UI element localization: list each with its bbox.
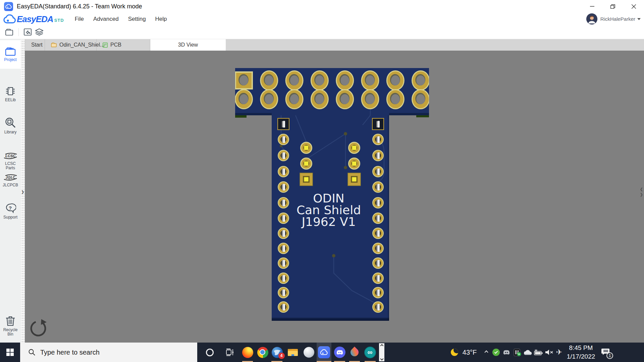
airplane-icon: ✈ xyxy=(556,348,562,357)
taskbar-sphere-app[interactable] xyxy=(302,343,316,362)
sphere-app-icon xyxy=(304,347,314,358)
taskbar-easyeda-active[interactable] xyxy=(317,343,331,362)
window-title: EasyEDA(Standard) 6.4.25 - Team Work mod… xyxy=(17,3,142,10)
svg-text:?: ? xyxy=(9,205,12,211)
user-name: RickHaleParker xyxy=(600,16,635,22)
3d-view-canvas[interactable]: ODIN Can Shield J1962 V1 ❮ xyxy=(25,51,644,343)
taskbar-paint-drop-app[interactable] xyxy=(347,343,362,362)
pcb-3d-render[interactable]: ODIN Can Shield J1962 V1 xyxy=(235,68,429,323)
folder-icon xyxy=(5,29,13,36)
library-search-icon xyxy=(5,117,16,128)
tray-antivirus[interactable] xyxy=(492,343,500,362)
taskbar-cortana[interactable] xyxy=(202,343,217,362)
sidebar-item-library[interactable]: Library xyxy=(0,117,21,134)
tray-airplane-mode[interactable]: ✈ xyxy=(554,343,564,362)
tab-label: PCB xyxy=(110,42,121,48)
discord-icon xyxy=(334,347,345,358)
menu-file[interactable]: File xyxy=(70,16,89,22)
minimize-button[interactable] xyxy=(582,0,602,13)
pan-right-icon[interactable]: ❯ xyxy=(21,190,24,194)
sidebar-item-support[interactable]: ? Support xyxy=(0,203,21,220)
tray-discord[interactable] xyxy=(502,343,511,362)
pan-right-icon[interactable]: ❯ xyxy=(640,193,643,196)
taskbar-arduino[interactable]: ∞ xyxy=(363,343,377,362)
taskbar-file-explorer[interactable] xyxy=(285,343,300,362)
chevron-up-icon xyxy=(484,350,488,354)
paint-drop-icon xyxy=(349,347,360,358)
svg-text:J@LC: J@LC xyxy=(6,176,15,179)
taskbar-firefox[interactable] xyxy=(240,343,255,362)
thunderbird-icon: 4 xyxy=(272,347,283,358)
menu-advanced[interactable]: Advanced xyxy=(89,16,123,22)
tray-date: 1/17/2022 xyxy=(567,352,595,361)
search-icon xyxy=(28,349,36,356)
tab-odin-can-shield[interactable]: Odin_CAN_Shiel... xyxy=(45,39,97,51)
green-check-icon xyxy=(492,349,500,356)
layers-button[interactable] xyxy=(34,26,45,38)
discord-gray-icon xyxy=(503,350,510,355)
search-input[interactable]: Type here to search xyxy=(20,343,197,362)
tray-volume-muted[interactable] xyxy=(544,343,554,362)
tray-show-hidden-icons[interactable] xyxy=(482,343,490,362)
user-menu[interactable]: RickHaleParker xyxy=(586,13,641,25)
tray-time: 8:45 PM xyxy=(569,344,593,352)
moon-icon xyxy=(451,349,458,356)
scroll-down-icon[interactable] xyxy=(380,357,383,361)
capture-app-icon xyxy=(514,349,521,356)
left-sidebar: Project EELib Library LCSC LCSC Parts J@… xyxy=(0,39,21,343)
taskbar-discord[interactable] xyxy=(332,343,347,362)
unread-badge: 4 xyxy=(278,353,285,359)
search-placeholder: Type here to search xyxy=(40,349,100,356)
close-button[interactable] xyxy=(623,0,644,13)
arduino-icon: ∞ xyxy=(364,347,376,358)
restore-button[interactable] xyxy=(602,0,623,13)
sidebar-item-jlcpcb[interactable]: J@LC JLCPCB xyxy=(0,174,21,187)
scroll-up-icon[interactable] xyxy=(380,344,383,348)
sidebar-item-recycle-bin[interactable]: Recycle Bin xyxy=(0,315,21,337)
tray-battery[interactable] xyxy=(533,343,543,362)
layers-icon xyxy=(35,28,44,36)
tab-start[interactable]: Start xyxy=(25,39,45,51)
menu-setting[interactable]: Setting xyxy=(123,16,151,22)
sidebar-item-project[interactable]: Project xyxy=(0,40,21,69)
taskbar-scroll-strip[interactable] xyxy=(379,343,384,361)
folder-back-icon xyxy=(24,28,32,36)
tray-weather[interactable] xyxy=(450,343,459,362)
tray-capture-app[interactable] xyxy=(513,343,522,362)
import-button[interactable] xyxy=(22,26,34,38)
start-button[interactable] xyxy=(0,343,20,362)
title-bar: EasyEDA(Standard) 6.4.25 - Team Work mod… xyxy=(0,0,644,13)
taskbar-chrome[interactable] xyxy=(255,343,270,362)
firefox-icon xyxy=(242,347,253,358)
menu-help[interactable]: Help xyxy=(151,16,172,22)
document-tab-bar: Start Odin_CAN_Shiel... PCB 3D View xyxy=(25,39,644,51)
easyeda-app-icon xyxy=(4,2,13,11)
rotate-view-button[interactable] xyxy=(29,318,48,338)
menu-bar: EasyEDA STD File Advanced Setting Help R… xyxy=(0,13,644,25)
support-bubble-icon: ? xyxy=(5,203,16,214)
svg-text:LCSC: LCSC xyxy=(5,154,16,158)
sidebar-item-label: Library xyxy=(1,130,20,134)
tray-onedrive[interactable] xyxy=(523,343,533,362)
sidebar-item-eelib[interactable]: EELib xyxy=(0,86,21,102)
onedrive-cloud-icon xyxy=(523,350,532,355)
project-folder-icon xyxy=(5,47,16,56)
tab-3d-view[interactable]: 3D View xyxy=(150,39,226,51)
avatar[interactable] xyxy=(586,13,597,24)
pan-left-icon[interactable]: ❮ xyxy=(640,187,643,191)
taskbar-task-view[interactable] xyxy=(222,343,237,362)
taskbar-thunderbird[interactable]: 4 xyxy=(270,343,284,362)
panel-resize-strip[interactable]: ❯ xyxy=(21,39,25,343)
sidebar-item-lcsc-parts[interactable]: LCSC LCSC Parts xyxy=(0,153,21,170)
windows-logo-icon xyxy=(6,349,14,356)
windows-taskbar: Type here to search 4 xyxy=(0,343,644,362)
easyeda-cloud-icon xyxy=(3,14,17,23)
tray-notifications[interactable]: 1 xyxy=(599,343,612,362)
tab-label: 3D View xyxy=(178,42,198,48)
sidebar-item-label: JLCPCB xyxy=(1,183,20,187)
sidebar-item-label: Recycle Bin xyxy=(1,328,20,337)
tray-temperature[interactable]: 43°F xyxy=(461,343,478,362)
tray-clock[interactable]: 8:45 PM 1/17/2022 xyxy=(566,343,596,362)
open-project-button[interactable] xyxy=(4,26,15,38)
tab-pcb[interactable]: PCB xyxy=(97,39,150,51)
